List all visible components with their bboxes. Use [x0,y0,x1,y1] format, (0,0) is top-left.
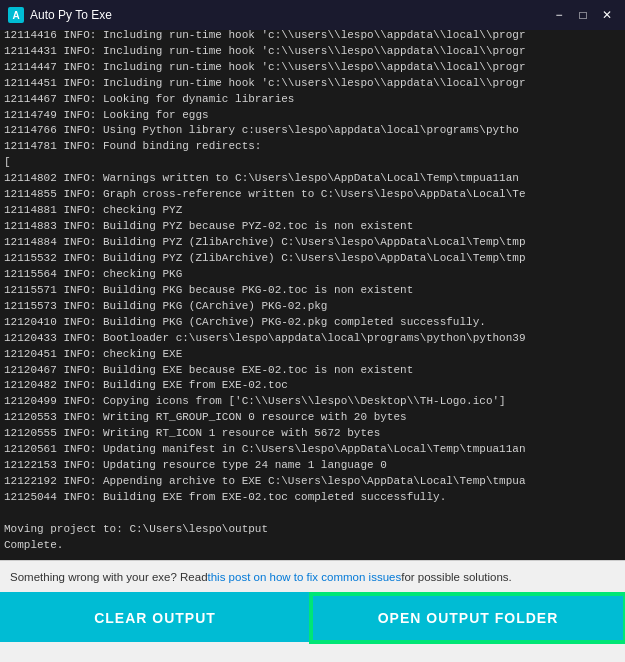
maximize-button[interactable]: □ [573,5,593,25]
status-bar: Something wrong with your exe? Read this… [0,560,625,592]
close-button[interactable]: ✕ [597,5,617,25]
button-row: CLEAR OUTPUT OPEN OUTPUT FOLDER [0,592,625,642]
status-text-after: for possible solutions. [401,571,512,583]
minimize-button[interactable]: − [549,5,569,25]
status-text: Something wrong with your exe? Read [10,571,208,583]
clear-output-button[interactable]: CLEAR OUTPUT [0,594,311,642]
title-bar: A Auto Py To Exe − □ ✕ [0,0,625,30]
app-icon: A [8,7,24,23]
output-area: 12114324 INFO: Looking for ctypes DLLs 1… [0,30,625,560]
fix-issues-link[interactable]: this post on how to fix common issues [208,571,402,583]
title-bar-controls: − □ ✕ [549,5,617,25]
title-bar-title: Auto Py To Exe [30,8,549,22]
open-output-folder-button[interactable]: OPEN OUTPUT FOLDER [311,594,625,642]
